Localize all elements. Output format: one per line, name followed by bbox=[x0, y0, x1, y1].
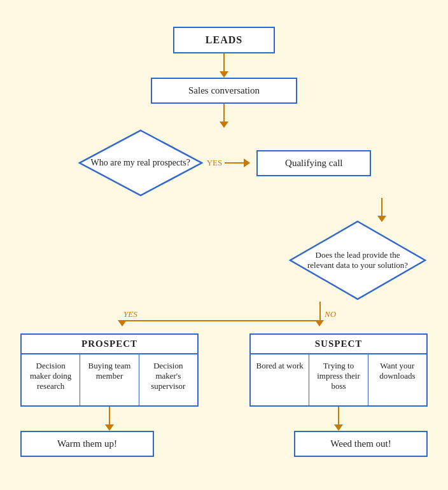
weed-arrow-wrap bbox=[249, 407, 428, 431]
weed-them-out-label: Weed them out! bbox=[330, 438, 391, 449]
arrowhead-no-down bbox=[315, 320, 324, 326]
no-label-right: NO bbox=[325, 309, 336, 319]
does-lead-text: Does the lead provide the relevant data … bbox=[288, 250, 428, 270]
suspect-cell-3: Want your downloads bbox=[368, 354, 426, 405]
suspect-table: SUSPECT Bored at work Trying to impress … bbox=[249, 333, 428, 407]
vert-from-diamond2 bbox=[319, 302, 321, 321]
arrowhead bbox=[220, 122, 228, 128]
prospect-cells: Decision maker doing research Buying tea… bbox=[22, 354, 197, 405]
flow-diagram: LEADS Sales conversation Who are my real… bbox=[14, 20, 434, 470]
suspect-cells: Bored at work Trying to impress their bo… bbox=[251, 354, 426, 405]
arrow-to-warm bbox=[105, 407, 114, 431]
warm-them-up-label: Warm them up! bbox=[57, 438, 117, 449]
prospect-cell-2: Buying team member bbox=[80, 354, 139, 405]
prospect-cell-3: Decision maker's supervisor bbox=[139, 354, 197, 405]
leads-box: LEADS bbox=[173, 27, 275, 53]
vert-line bbox=[338, 407, 339, 424]
arrow-to-weed bbox=[334, 407, 343, 431]
arrowhead bbox=[105, 424, 114, 431]
yes-label-left: YES bbox=[123, 309, 137, 319]
diamond-row: Who are my real prospects? YES Qualifyin… bbox=[14, 128, 434, 198]
qualifying-call-label: Qualifying call bbox=[285, 158, 342, 168]
yes-arrow-section: YES bbox=[207, 158, 251, 168]
who-prospects-diamond: Who are my real prospects? bbox=[77, 128, 204, 198]
arrowhead-yes-down bbox=[118, 320, 127, 326]
horiz-connector bbox=[122, 320, 321, 321]
connector-area: YES NO bbox=[20, 302, 428, 333]
arrow-leads-to-sales bbox=[220, 53, 228, 78]
weed-them-out-box: Weed them out! bbox=[294, 431, 428, 457]
who-prospects-text: Who are my real prospects? bbox=[78, 158, 203, 168]
vert-line bbox=[381, 198, 382, 216]
prospect-header: PROSPECT bbox=[22, 335, 197, 354]
outcomes-row: Warm them up! Weed them out! bbox=[20, 431, 428, 457]
vert-line bbox=[223, 53, 225, 71]
arrow-sales-to-diamond bbox=[220, 104, 228, 128]
arrowhead-right bbox=[244, 158, 250, 167]
outcome-arrows-row bbox=[20, 407, 428, 431]
arrowhead bbox=[334, 424, 343, 431]
warm-arrow-wrap bbox=[20, 407, 199, 431]
does-lead-diamond: Does the lead provide the relevant data … bbox=[288, 219, 428, 302]
suspect-cell-2: Trying to impress their boss bbox=[309, 354, 368, 405]
sales-conversation-label: Sales conversation bbox=[188, 85, 260, 95]
prospect-table: PROSPECT Decision maker doing research B… bbox=[20, 333, 199, 407]
warm-them-up-box: Warm them up! bbox=[20, 431, 154, 457]
sales-conversation-box: Sales conversation bbox=[151, 78, 297, 104]
horiz-line bbox=[225, 162, 244, 164]
qualifying-call-box: Qualifying call bbox=[256, 150, 371, 176]
suspect-header: SUSPECT bbox=[251, 335, 426, 354]
prospect-suspect-row: PROSPECT Decision maker doing research B… bbox=[20, 333, 428, 407]
does-lead-diamond-wrap: Does the lead provide the relevant data … bbox=[14, 219, 434, 302]
horiz-arrow bbox=[225, 158, 250, 167]
leads-label: LEADS bbox=[206, 34, 242, 45]
suspect-cell-1: Bored at work bbox=[251, 354, 309, 405]
vert-line bbox=[223, 104, 225, 122]
prospect-cell-1: Decision maker doing research bbox=[22, 354, 80, 405]
arrowhead bbox=[220, 71, 228, 78]
yes-label-horizontal: YES bbox=[207, 158, 223, 168]
vert-line bbox=[109, 407, 110, 424]
